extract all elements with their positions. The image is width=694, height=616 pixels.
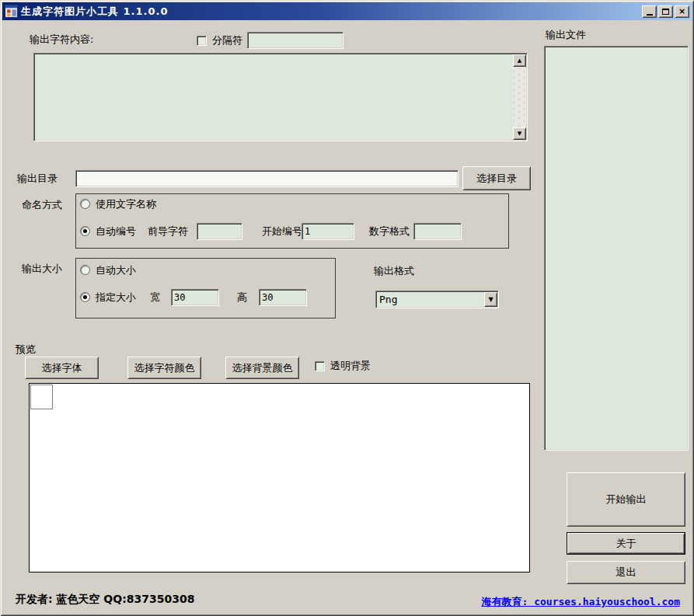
number-format-input[interactable]	[413, 223, 462, 240]
height-input[interactable]	[259, 289, 307, 306]
maximize-icon	[662, 9, 669, 15]
number-format-label: 数字格式	[369, 224, 410, 238]
scroll-up-button[interactable]: ▲	[513, 54, 526, 67]
char-content-textarea[interactable]: ▲ ▼	[33, 53, 528, 141]
preview-character-chip	[30, 385, 53, 409]
about-button-label: 关于	[616, 537, 636, 551]
naming-label: 命名方式	[22, 198, 62, 212]
format-combobox-dropdown-button[interactable]: ▼	[484, 292, 497, 307]
choose-dir-button[interactable]: 选择目录	[462, 166, 531, 190]
choose-char-color-button-label: 选择字符颜色	[134, 361, 195, 375]
title-bar[interactable]: 生成字符图片小工具 1.1.0.0 ×	[2, 2, 692, 20]
preview-label: 预览	[16, 343, 36, 357]
output-dir-label: 输出目录	[17, 172, 58, 186]
preview-panel	[29, 383, 530, 572]
format-combobox-value: Png	[379, 294, 397, 305]
arrow-up-icon: ▲	[518, 57, 521, 64]
format-combobox[interactable]: Png ▼	[375, 291, 499, 308]
minimize-button[interactable]	[642, 5, 657, 18]
start-output-button[interactable]: 开始输出	[567, 472, 685, 527]
char-content-label: 输出字符内容:	[30, 33, 93, 47]
choose-bg-color-button-label: 选择背景颜色	[232, 361, 293, 375]
start-number-input[interactable]	[302, 223, 354, 240]
choose-char-color-button[interactable]: 选择字符颜色	[127, 357, 201, 379]
start-number-label: 开始编号	[262, 224, 302, 238]
exit-button-label: 退出	[616, 566, 636, 579]
separator-input[interactable]	[247, 32, 344, 49]
app-window: 生成字符图片小工具 1.1.0.0 × 输出字符内容: 分隔符 ▲ ▼ 输出目录…	[0, 0, 694, 616]
radio-auto-number-label: 自动编号	[96, 224, 136, 238]
app-icon	[5, 5, 18, 18]
format-label: 输出格式	[374, 264, 414, 278]
chevron-down-icon: ▼	[488, 296, 493, 303]
education-link[interactable]: 海有教育: courses.haiyouschool.com	[482, 595, 681, 609]
choose-bg-color-button[interactable]: 选择背景颜色	[225, 357, 299, 379]
radio-use-text-name-label: 使用文字名称	[96, 197, 156, 211]
size-label: 输出大小	[22, 262, 62, 276]
width-input[interactable]	[171, 289, 219, 306]
transparent-bg-checkbox-label: 透明背景	[330, 359, 371, 373]
output-files-listbox[interactable]	[544, 46, 689, 451]
close-button[interactable]: ×	[675, 5, 689, 18]
scroll-down-button[interactable]: ▼	[513, 127, 526, 140]
leading-char-label: 前导字符	[148, 224, 188, 238]
minimize-icon	[647, 14, 653, 16]
radio-fixed-size[interactable]	[80, 292, 90, 302]
arrow-down-icon: ▼	[518, 131, 521, 137]
leading-char-input[interactable]	[197, 223, 242, 240]
transparent-bg-checkbox[interactable]	[315, 361, 325, 371]
maximize-button[interactable]	[658, 5, 673, 18]
developer-info: 开发者: 蓝色天空 QQ:837350308	[16, 593, 194, 607]
choose-font-button[interactable]: 选择字体	[25, 357, 99, 379]
output-dir-input[interactable]	[75, 170, 459, 187]
output-files-label: 输出文件	[546, 28, 586, 42]
radio-auto-size[interactable]	[80, 265, 90, 275]
start-output-button-label: 开始输出	[606, 492, 647, 506]
height-label: 高	[237, 291, 247, 305]
choose-dir-button-label: 选择目录	[476, 172, 517, 186]
about-button[interactable]: 关于	[567, 533, 685, 554]
separator-checkbox[interactable]	[197, 36, 207, 46]
radio-auto-number[interactable]	[80, 226, 90, 236]
textarea-scrollbar[interactable]: ▲ ▼	[513, 54, 526, 140]
width-label: 宽	[150, 291, 160, 305]
window-title: 生成字符图片小工具 1.1.0.0	[21, 5, 169, 19]
choose-font-button-label: 选择字体	[42, 361, 82, 375]
radio-fixed-size-label: 指定大小	[96, 291, 136, 305]
exit-button[interactable]: 退出	[567, 561, 685, 584]
close-icon: ×	[678, 7, 685, 16]
radio-auto-size-label: 自动大小	[96, 263, 136, 277]
separator-checkbox-label: 分隔符	[212, 33, 242, 47]
radio-use-text-name[interactable]	[80, 199, 90, 209]
